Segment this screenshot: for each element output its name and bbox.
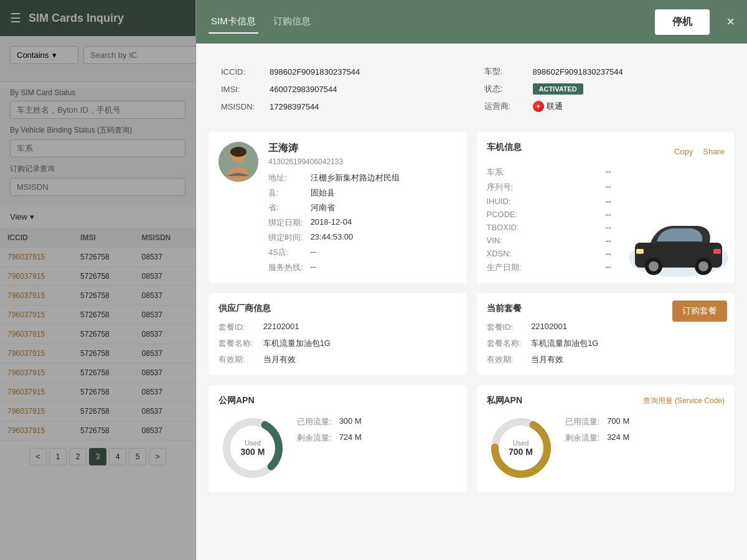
share-link[interactable]: Share <box>703 147 725 156</box>
svg-rect-10 <box>636 249 644 254</box>
private-apn-donut-label: Used 700 M <box>509 439 533 457</box>
vin-label: VIN: <box>487 236 606 245</box>
public-traffic-remain-value: 724 M <box>339 432 362 444</box>
public-apn-header: 公网APN <box>218 395 457 406</box>
modal-body: ICCID: 898602F9091830237544 车型: 898602F9… <box>196 44 747 505</box>
public-apn-donut: Used 300 M <box>218 414 287 482</box>
stop-service-button[interactable]: 停机 <box>655 9 710 35</box>
bind-date-label: 绑定日期: <box>268 217 303 228</box>
current-plan-card: 当前套餐 订购套餐 套餐ID: 22102001 套餐名称: 车机流量加油包1G… <box>477 293 735 375</box>
hotline-value: -- <box>311 262 400 273</box>
public-apn-stats: 已用流量: 300 M 剩余流量: 724 M <box>297 414 362 444</box>
serial-label: 序列号: <box>487 182 606 193</box>
plan-name-value: 车机流量加油包1G <box>531 338 725 349</box>
car-type-value: 898602F9091830237544 <box>533 67 623 77</box>
svg-point-9 <box>698 261 708 271</box>
bind-date-value: 2018-12-04 <box>311 217 400 228</box>
person-detail-grid: 地址: 汪棚乡新集村路边村民组 县: 固始县 省: 河南省 绑定日期: 2018… <box>268 172 400 273</box>
chassis-label: 车系: <box>487 167 606 178</box>
public-apn-card: 公网APN Used 300 M 已用流量: <box>209 385 467 492</box>
msisdn-label: MSISDN: <box>221 102 265 111</box>
sim-info-row: ICCID: 898602F9091830237544 车型: 898602F9… <box>209 56 735 122</box>
private-used-value: 700 M <box>509 447 533 457</box>
bind-time-label: 绑定时间: <box>268 232 303 243</box>
car-type-item: 车型: 898602F9091830237544 <box>484 66 723 77</box>
pcode-label: PCODE: <box>487 210 606 219</box>
private-apn-content: Used 700 M 已用流量: 700 M 剩余流量: 324 M <box>487 414 725 482</box>
province-label: 省: <box>268 202 303 213</box>
person-info-section: 王海涛 413026199406042133 地址: 汪棚乡新集村路边村民组 县… <box>218 142 457 273</box>
imsi-label: IMSI: <box>221 85 265 94</box>
supplier-validity-label: 有效期: <box>218 354 253 365</box>
supplier-plan-row: 供应厂商信息 套餐ID: 22102001 套餐名称: 车机流量加油包1G 有效… <box>209 293 735 375</box>
private-traffic-used-label: 已用流量: <box>565 416 600 427</box>
vehicle-card-title: 车机信息 <box>487 142 522 153</box>
private-apn-stats: 已用流量: 700 M 剩余流量: 324 M <box>565 414 630 444</box>
private-traffic-remain-value: 324 M <box>607 432 629 444</box>
chassis-value: -- <box>606 167 725 178</box>
carrier-label: 运营商: <box>484 101 528 112</box>
address-value: 汪棚乡新集村路边村民组 <box>311 172 400 184</box>
person-id: 413026199406042133 <box>268 157 400 166</box>
supplier-title: 供应厂商信息 <box>218 303 457 314</box>
avatar <box>218 142 258 182</box>
carrier-item: 运营商: ✦ 联通 <box>484 101 723 112</box>
public-apn-content: Used 300 M 已用流量: 300 M 剩余流量: 724 M <box>218 414 457 482</box>
apn-row: 公网APN Used 300 M 已用流量: <box>209 385 735 492</box>
tab-order[interactable]: 订购信息 <box>271 11 313 34</box>
status-badge: ACTIVATED <box>533 83 583 95</box>
plan-detail-grid: 套餐ID: 22102001 套餐名称: 车机流量加油包1G 有效期: 当月有效 <box>487 322 725 365</box>
prod-date-label: 生产日期: <box>487 262 606 273</box>
public-apn-title: 公网APN <box>218 395 255 406</box>
public-used-text: Used <box>241 439 265 447</box>
ihuid-value: -- <box>606 197 725 206</box>
bind-time-value: 23:44:53.00 <box>311 232 400 243</box>
public-traffic-used-label: 已用流量: <box>297 416 332 427</box>
public-traffic-used-value: 300 M <box>339 416 362 427</box>
supplier-plan-id-label: 套餐ID: <box>218 322 253 333</box>
svg-rect-11 <box>713 249 721 254</box>
supplier-detail-grid: 套餐ID: 22102001 套餐名称: 车机流量加油包1G 有效期: 当月有效 <box>218 322 457 365</box>
modal: SIM卡信息 订购信息 停机 × ICCID: 898602F909183023… <box>196 0 747 560</box>
vehicle-card-header: 车机信息 Copy Share <box>487 142 725 161</box>
carrier-icon: ✦ <box>533 101 544 112</box>
car-image <box>622 208 735 283</box>
order-plan-button[interactable]: 订购套餐 <box>672 301 727 322</box>
ihuid-label: IHUID: <box>487 197 606 206</box>
public-used-value: 300 M <box>241 447 265 457</box>
person-card: 王海涛 413026199406042133 地址: 汪棚乡新集村路边村民组 县… <box>209 132 467 283</box>
supplier-plan-name-label: 套餐名称: <box>218 338 253 349</box>
private-apn-title: 私网APN <box>487 395 523 406</box>
imsi-item: IMSI: 460072983907544 <box>221 83 459 95</box>
plan-validity-label: 有效期: <box>487 354 522 365</box>
plan-validity-value: 当月有效 <box>531 354 725 365</box>
tab-sim-card[interactable]: SIM卡信息 <box>209 11 258 34</box>
public-traffic-remain-label: 剩余流量: <box>297 432 332 444</box>
private-used-text: Used <box>509 439 533 447</box>
iccid-value: 898602F9091830237544 <box>270 67 360 77</box>
vehicle-card: 车机信息 Copy Share 车系: -- 序列号: -- IHUID: --… <box>477 132 735 283</box>
query-usage-link[interactable]: 查询用量 (Service Code) <box>643 396 725 406</box>
close-button[interactable]: × <box>726 14 735 30</box>
supplier-plan-id-value: 22102001 <box>263 322 457 333</box>
store-value: -- <box>311 247 400 258</box>
plan-id-label: 套餐ID: <box>487 322 522 333</box>
address-label: 地址: <box>268 172 303 184</box>
msisdn-value: 17298397544 <box>270 102 319 111</box>
svg-point-2 <box>230 147 247 157</box>
tboxid-label: TBOXID: <box>487 223 606 232</box>
private-traffic-remain-label: 剩余流量: <box>565 432 600 444</box>
iccid-label: ICCID: <box>221 67 265 77</box>
copy-link[interactable]: Copy <box>674 147 693 156</box>
plan-id-value: 22102001 <box>531 322 725 333</box>
plan-name-label: 套餐名称: <box>487 338 522 349</box>
modal-header: SIM卡信息 订购信息 停机 × <box>196 0 747 44</box>
carrier-value: 联通 <box>547 101 563 112</box>
msisdn-item: MSISDN: 17298397544 <box>221 101 459 112</box>
store-label: 4S店: <box>268 247 303 258</box>
person-name: 王海涛 <box>268 142 400 155</box>
private-apn-card: 私网APN 查询用量 (Service Code) Used 700 M <box>477 385 735 492</box>
cards-row: 王海涛 413026199406042133 地址: 汪棚乡新集村路边村民组 县… <box>209 132 735 283</box>
supplier-card: 供应厂商信息 套餐ID: 22102001 套餐名称: 车机流量加油包1G 有效… <box>209 293 467 375</box>
public-apn-donut-label: Used 300 M <box>241 439 265 457</box>
